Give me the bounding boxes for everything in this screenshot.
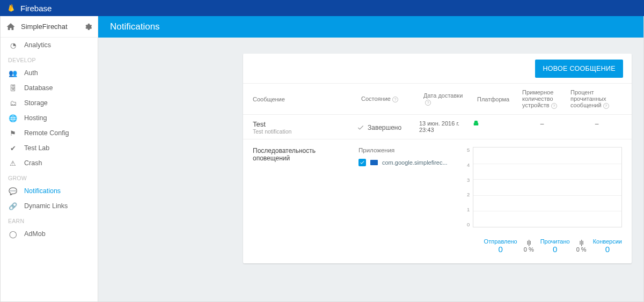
sidebar-item-label: Test Lab [24,144,49,152]
col-readpct: Процент прочитанных сообщений? [566,84,632,115]
sequence-label: Последовательность оповещений [253,147,347,227]
brand-name: Firebase [20,4,52,13]
storage-icon: 🗂 [8,99,18,107]
android-icon [370,160,378,165]
remote-config-icon: ⚑ [8,129,18,137]
message-title: Test [253,120,357,128]
sidebar-item-label: Remote Config [24,129,69,137]
status-text: Завершено [368,124,401,131]
table-header: Сообщение Состояние? Дата доставки? Плат… [243,84,632,115]
gear-icon[interactable] [84,23,92,31]
page-title: Notifications [110,21,160,32]
sidebar-item-dynamic-links[interactable]: 🔗Dynamic Links [1,198,98,213]
nav-group-grow: GROW [1,171,98,183]
sidebar-item-label: Hosting [24,114,47,122]
help-icon[interactable]: ? [425,100,431,106]
stat-read: Прочитано 0 [540,238,570,254]
sidebar-item-label: Analytics [24,41,51,49]
sidebar-item-label: Crash [24,159,42,167]
sidebar: SimpleFirechat ◔ Analytics DEVELOP 👥Auth… [1,16,98,301]
col-devices: Примерное количество устройств? [518,84,566,115]
page-header: Notifications [98,16,643,38]
admob-icon: ◯ [8,230,18,238]
funnel-icon: ı|ı [524,238,534,246]
help-icon[interactable]: ? [551,103,557,109]
row-detail: Последовательность оповещений Приложения… [243,139,632,232]
database-icon: 🗄 [8,84,18,92]
help-icon[interactable]: ? [392,97,398,102]
content-area: НОВОЕ СООБЩЕНИЕ Сообщение Состояние? Дат… [98,38,643,301]
apps-label: Приложения [358,147,455,153]
sidebar-item-label: AdMob [24,230,46,238]
date-line1: 13 июн. 2016 г. [419,120,473,127]
sidebar-item-database[interactable]: 🗄Database [1,80,98,95]
col-message: Сообщение [243,84,357,115]
sidebar-item-label: Notifications [24,187,61,195]
check-icon [357,124,364,131]
auth-icon: 👥 [8,69,18,77]
card-toolbar: НОВОЕ СООБЩЕНИЕ [243,54,632,84]
sidebar-item-storage[interactable]: 🗂Storage [1,95,98,111]
sidebar-item-crash[interactable]: ⚠Crash [1,156,98,171]
sidebar-item-label: Storage [24,99,48,107]
col-delivery: Дата доставки? [419,84,473,115]
notifications-icon: 💬 [8,187,18,195]
notifications-card: НОВОЕ СООБЩЕНИЕ Сообщение Состояние? Дат… [243,54,632,263]
readpct-value: – [566,120,627,135]
date-line2: 23:43 [419,127,473,133]
sidebar-item-auth[interactable]: 👥Auth [1,65,98,80]
analytics-icon: ◔ [8,41,18,49]
devices-value: – [518,120,566,135]
android-icon [473,120,479,127]
firebase-logo-icon [8,4,16,12]
sidebar-item-test-lab[interactable]: ✔Test Lab [1,141,98,156]
project-selector[interactable]: SimpleFirechat [1,16,98,38]
stat-conv: Конверсии 0 [593,238,622,254]
col-platform: Платформа [473,84,518,115]
col-status: Состояние? [357,84,419,115]
help-icon[interactable]: ? [603,103,609,109]
sidebar-item-hosting[interactable]: 🌐Hosting [1,111,98,126]
dynamic-links-icon: 🔗 [8,202,18,210]
crash-icon: ⚠ [8,159,18,167]
sidebar-item-label: Dynamic Links [24,202,68,210]
sidebar-item-remote-config[interactable]: ⚑Remote Config [1,126,98,141]
checkbox-icon[interactable] [358,159,366,166]
main: Notifications НОВОЕ СООБЩЕНИЕ Сообщение … [98,16,643,301]
new-message-button[interactable]: НОВОЕ СООБЩЕНИЕ [535,60,623,78]
stats-row: Отправлено 0 ı|ı 0 % Прочитано 0 ı|ı 0 % [243,232,632,263]
chart-plot [473,147,622,227]
table-row[interactable]: Test Test notification Завершено 13 июн.… [243,115,632,139]
hosting-icon: 🌐 [8,114,18,122]
sidebar-item-notifications[interactable]: 💬Notifications [1,183,98,198]
stat-sent: Отправлено 0 [484,238,517,254]
conv-rate-2: ı|ı 0 % [576,238,587,254]
nav-group-develop: DEVELOP [1,53,98,65]
app-id: com.google.simplefirec... [382,159,448,166]
sidebar-item-label: Database [24,84,53,92]
chart-container: 5 4 3 2 1 0 [467,147,622,227]
app-item[interactable]: com.google.simplefirec... [358,159,455,166]
sidebar-item-analytics[interactable]: ◔ Analytics [1,38,98,53]
home-icon [6,22,16,32]
testlab-icon: ✔ [8,144,18,152]
conv-rate-1: ı|ı 0 % [524,238,534,254]
sidebar-item-admob[interactable]: ◯AdMob [1,226,98,241]
message-subtitle: Test notification [253,128,357,135]
nav-group-earn: EARN [1,213,98,226]
top-bar: Firebase [0,0,644,16]
funnel-icon: ı|ı [576,238,587,246]
sidebar-item-label: Auth [24,69,38,77]
project-name: SimpleFirechat [21,23,84,31]
chart-y-axis: 5 4 3 2 1 0 [467,147,473,227]
